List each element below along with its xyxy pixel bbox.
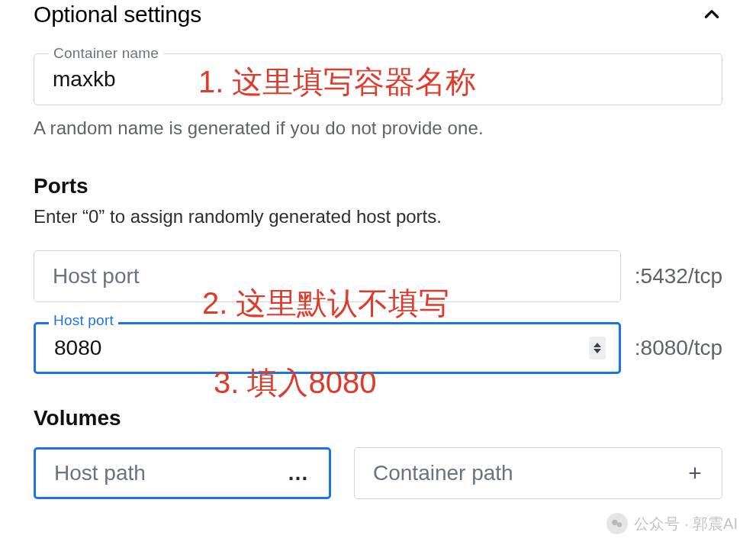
port-row-1: :5432/tcp xyxy=(34,250,722,302)
container-name-field: Container name xyxy=(34,53,722,105)
port2-input-wrap: Host port xyxy=(34,322,621,374)
stepper-down-icon[interactable] xyxy=(594,349,601,353)
section-title-optional: Optional settings xyxy=(34,2,201,27)
number-stepper[interactable] xyxy=(589,337,606,359)
container-path-field[interactable]: Container path + xyxy=(354,447,722,499)
watermark-text: 公众号 · 郭震AI xyxy=(634,514,738,534)
section-header[interactable]: Optional settings xyxy=(34,0,722,34)
wechat-icon xyxy=(606,513,628,534)
watermark: 公众号 · 郭震AI xyxy=(606,513,738,534)
svg-point-1 xyxy=(617,522,622,527)
chevron-up-icon[interactable] xyxy=(701,4,722,25)
volumes-title: Volumes xyxy=(34,406,722,430)
stepper-up-icon[interactable] xyxy=(594,343,601,347)
port2-input[interactable] xyxy=(34,322,621,374)
port1-input-wrap xyxy=(34,250,621,302)
settings-panel: Optional settings Container name A rando… xyxy=(0,0,756,499)
host-path-field[interactable]: Host path … xyxy=(34,447,331,499)
ports-title: Ports xyxy=(34,174,722,198)
svg-point-0 xyxy=(613,520,619,526)
host-path-placeholder: Host path xyxy=(54,461,283,485)
container-name-help: A random name is generated if you do not… xyxy=(34,118,722,139)
browse-ellipsis-button[interactable]: … xyxy=(283,461,314,485)
container-path-placeholder: Container path xyxy=(373,461,684,485)
port2-label: Host port xyxy=(49,312,118,329)
port1-input[interactable] xyxy=(34,250,621,302)
volumes-row: Host path … Container path + xyxy=(34,447,722,499)
port1-suffix: :5432/tcp xyxy=(635,250,722,302)
add-volume-button[interactable]: + xyxy=(684,460,706,486)
container-name-label: Container name xyxy=(49,45,163,62)
port-row-2: Host port :8080/tcp xyxy=(34,322,722,374)
port2-suffix: :8080/tcp xyxy=(635,322,722,374)
ports-subtitle: Enter “0” to assign randomly generated h… xyxy=(34,206,722,227)
